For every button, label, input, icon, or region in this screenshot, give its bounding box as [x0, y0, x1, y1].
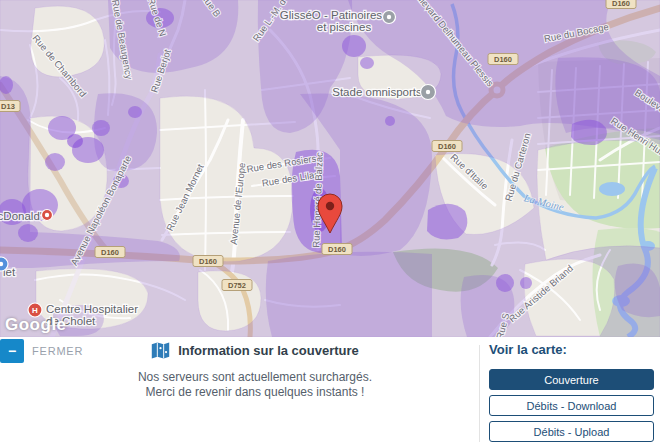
road-shield: D160 — [488, 54, 518, 65]
poi-icon[interactable] — [0, 257, 8, 271]
road-shield: D160 — [95, 247, 125, 258]
svg-text:D160: D160 — [494, 55, 512, 64]
map-icon — [151, 341, 170, 360]
svg-text:D752: D752 — [228, 281, 246, 290]
google-logo[interactable]: Google — [5, 315, 67, 335]
road-shield: D160 — [322, 244, 352, 255]
coverage-info: Information sur la couverture Nos serveu… — [95, 341, 415, 400]
road-shield: D160 — [606, 0, 636, 9]
close-panel-label: FERMER — [32, 345, 83, 357]
bottom-panel: − FERMER Information sur la couverture N… — [0, 337, 660, 442]
poi-icon[interactable] — [42, 210, 53, 221]
road-shield: D13 — [0, 101, 20, 112]
info-message-line2: Merci de revenir dans quelques instants … — [95, 385, 415, 400]
minus-icon: − — [0, 339, 24, 363]
info-title: Information sur la couverture — [178, 343, 359, 358]
debits-download-button[interactable]: Débits - Download — [489, 395, 654, 416]
poi-label: et piscines — [317, 21, 372, 33]
poi-label: McDonald's — [0, 210, 48, 222]
poi-icon[interactable] — [421, 85, 436, 100]
map-layer-picker: Voir la carte: Couverture Débits - Downl… — [489, 342, 654, 442]
panel-divider — [479, 345, 480, 442]
svg-text:D13: D13 — [1, 102, 15, 111]
poi-icon[interactable] — [383, 11, 396, 24]
svg-text:D160: D160 — [438, 142, 456, 151]
road-shield: D752 — [222, 280, 252, 291]
coverage-app: D13D160D160D160D160D160D160D752 Rue de C… — [0, 0, 660, 442]
poi-label: Stade omnisports — [332, 86, 422, 98]
svg-text:H: H — [32, 306, 38, 315]
svg-text:D160: D160 — [101, 248, 119, 257]
svg-text:D160: D160 — [612, 0, 630, 8]
road-shield: D160 — [193, 256, 223, 267]
road-shield: D160 — [432, 141, 462, 152]
poi-label: GlisséO - Patinoires — [280, 9, 383, 21]
coverage-map[interactable]: D13D160D160D160D160D160D160D752 Rue de C… — [0, 0, 660, 337]
close-panel-button[interactable]: − FERMER — [0, 339, 83, 363]
debits-upload-button[interactable]: Débits - Upload — [489, 421, 654, 442]
info-message-line1: Nos serveurs sont actuellement surchargé… — [95, 370, 415, 385]
svg-text:D160: D160 — [328, 245, 346, 254]
svg-text:D160: D160 — [199, 257, 217, 266]
layer-picker-heading: Voir la carte: — [489, 342, 654, 357]
poi-label: Centre Hospitalier — [46, 303, 138, 315]
couverture-button[interactable]: Couverture — [489, 369, 654, 390]
